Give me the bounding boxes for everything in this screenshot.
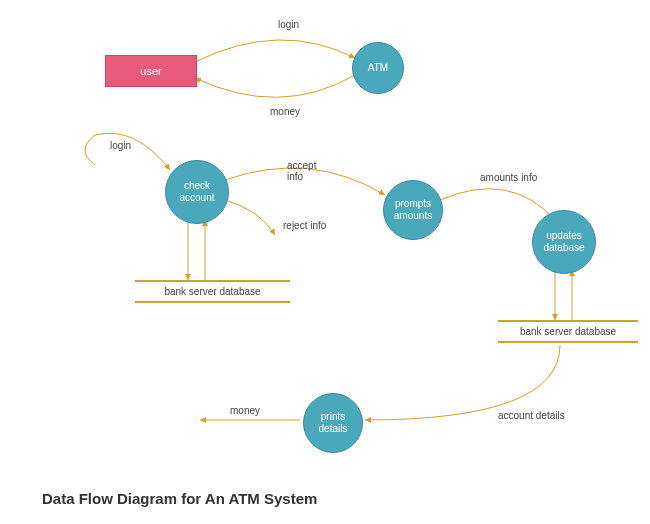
label-account-details: account details xyxy=(498,410,565,421)
datastore-bank-server-2: bank server database xyxy=(498,320,638,343)
process-check-account: check account xyxy=(165,160,229,224)
label-money-2: money xyxy=(230,405,260,416)
process-prints-details: prints details xyxy=(303,393,363,453)
process-prompts-amounts: prompts amounts xyxy=(383,180,443,240)
datastore-bank-server-1: bank server database xyxy=(135,280,290,303)
label-amounts-info: amounts info xyxy=(480,172,537,183)
label-reject-info: reject info xyxy=(283,220,326,231)
process-atm: ATM xyxy=(352,42,404,94)
label-accept-info: accept info xyxy=(287,160,316,182)
label-money-1: money xyxy=(270,106,300,117)
label-login-1: login xyxy=(278,19,299,30)
diagram-title: Data Flow Diagram for An ATM System xyxy=(42,490,317,507)
label-login-2: login xyxy=(110,140,131,151)
process-updates-database: updates database xyxy=(532,210,596,274)
entity-user: user xyxy=(105,55,197,87)
